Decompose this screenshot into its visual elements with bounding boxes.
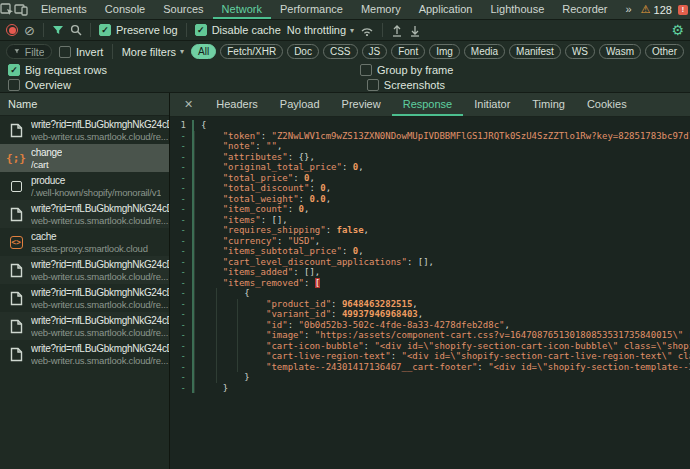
line-gutter[interactable]: - xyxy=(170,162,194,173)
request-row[interactable]: <> cache assets-proxy.smartlook.cloud xyxy=(0,228,169,256)
line-gutter[interactable]: - xyxy=(170,309,194,320)
line-gutter[interactable]: - xyxy=(170,194,194,205)
line-gutter[interactable]: - xyxy=(170,351,194,362)
chip-wasm[interactable]: Wasm xyxy=(599,44,641,59)
tab-network[interactable]: Network xyxy=(213,0,271,19)
disable-cache-checkbox[interactable]: ✓ Disable cache xyxy=(195,24,281,36)
request-list-panel: Name write?rid=nfLBuGbkmghNkG24cD... web… xyxy=(0,93,170,469)
filter-toggle-icon[interactable] xyxy=(52,25,64,36)
line-gutter[interactable]: - xyxy=(170,288,194,299)
overview-checkbox[interactable]: Overview xyxy=(8,79,71,91)
line-gutter[interactable]: - xyxy=(170,225,194,236)
detail-tab-headers[interactable]: Headers xyxy=(205,93,269,116)
screenshots-checkbox[interactable]: Screenshots xyxy=(367,79,445,91)
chip-media[interactable]: Media xyxy=(464,44,505,59)
chip-css[interactable]: CSS xyxy=(323,44,358,59)
line-gutter[interactable]: - xyxy=(170,278,194,289)
line-gutter[interactable]: - xyxy=(170,246,194,257)
chip-doc[interactable]: Doc xyxy=(287,44,319,59)
name-column-header[interactable]: Name xyxy=(0,93,169,116)
request-row[interactable]: write?rid=nfLBuGbkmghNkG24cD... web-writ… xyxy=(0,284,169,312)
tab-recorder[interactable]: Recorder xyxy=(553,0,616,19)
chip-manifest[interactable]: Manifest xyxy=(509,44,561,59)
close-detail-icon[interactable]: ✕ xyxy=(170,93,205,116)
tab-performance[interactable]: Performance xyxy=(271,0,352,19)
line-gutter[interactable]: - xyxy=(170,267,194,278)
line-gutter[interactable]: - xyxy=(170,362,194,373)
line-code: "requires_shipping": false, xyxy=(194,225,690,236)
line-gutter[interactable]: - xyxy=(170,141,194,152)
detail-tab-timing[interactable]: Timing xyxy=(521,93,576,116)
chip-other[interactable]: Other xyxy=(645,44,684,59)
tab-application[interactable]: Application xyxy=(410,0,482,19)
invert-checkbox[interactable]: Invert xyxy=(59,46,104,58)
chip-fetch-xhr[interactable]: Fetch/XHR xyxy=(220,44,283,59)
line-gutter[interactable]: - xyxy=(170,204,194,215)
filter-input[interactable] xyxy=(25,46,44,58)
tab-elements[interactable]: Elements xyxy=(32,0,96,19)
chip-ws[interactable]: WS xyxy=(565,44,595,59)
tab-lighthouse[interactable]: Lighthouse xyxy=(481,0,553,19)
line-gutter[interactable]: - xyxy=(170,383,194,394)
network-conditions-icon[interactable] xyxy=(360,25,374,36)
request-row[interactable]: write?rid=nfLBuGbkmghNkG24cD... web-writ… xyxy=(0,312,169,340)
line-gutter[interactable]: 1 xyxy=(170,120,194,131)
tab-memory[interactable]: Memory xyxy=(352,0,410,19)
more-tabs-button[interactable]: » xyxy=(617,0,641,19)
line-code: { xyxy=(194,288,690,299)
chip-img[interactable]: Img xyxy=(429,44,460,59)
more-filters-dropdown[interactable]: More filters ▾ xyxy=(122,46,184,58)
request-row[interactable]: write?rid=nfLBuGbkmghNkG24cD... web-writ… xyxy=(0,116,169,144)
detail-tabs: HeadersPayloadPreviewResponseInitiatorTi… xyxy=(205,93,637,116)
warnings-badge[interactable]: ⚠ 128 xyxy=(641,4,672,16)
detail-tab-payload[interactable]: Payload xyxy=(269,93,331,116)
document-icon xyxy=(10,347,23,362)
line-gutter[interactable]: - xyxy=(170,152,194,163)
chip-font[interactable]: Font xyxy=(391,44,425,59)
preserve-log-checkbox[interactable]: ✓ Preserve log xyxy=(99,24,178,36)
detail-tab-initiator[interactable]: Initiator xyxy=(463,93,521,116)
divider xyxy=(43,23,44,37)
request-row[interactable]: {;} change /cart xyxy=(0,144,169,172)
detail-tab-cookies[interactable]: Cookies xyxy=(576,93,638,116)
plain-request-icon xyxy=(8,181,24,192)
line-gutter[interactable]: - xyxy=(170,215,194,226)
device-toolbar-icon[interactable] xyxy=(14,0,28,19)
line-gutter[interactable]: - xyxy=(170,320,194,331)
response-body[interactable]: 1 { - "token": "Z2NwLWV1cm9wZS13ZXN0NDow… xyxy=(170,117,690,469)
big-request-rows-label: Big request rows xyxy=(25,64,107,76)
request-row[interactable]: produce /.well-known/shopify/monorail/v1 xyxy=(0,172,169,200)
request-row[interactable]: write?rid=nfLBuGbkmghNkG24cD... web-writ… xyxy=(0,340,169,368)
line-code: "note": "", xyxy=(194,141,690,152)
line-code: } xyxy=(194,383,690,394)
request-row[interactable]: write?rid=nfLBuGbkmghNkG24cD... web-writ… xyxy=(0,200,169,228)
line-gutter[interactable]: - xyxy=(170,257,194,268)
line-gutter[interactable]: - xyxy=(170,131,194,142)
group-by-frame-checkbox[interactable]: Group by frame xyxy=(360,64,453,76)
response-line: - "token": "Z2NwLWV1cm9wZS13ZXN0NDowMUpI… xyxy=(170,131,690,142)
chip-all[interactable]: All xyxy=(191,44,216,59)
record-network-log-button[interactable] xyxy=(6,24,18,36)
inspect-element-icon[interactable] xyxy=(0,0,14,19)
line-gutter[interactable]: - xyxy=(170,341,194,352)
import-har-icon[interactable] xyxy=(391,24,403,37)
detail-tab-response[interactable]: Response xyxy=(392,93,464,116)
chip-js[interactable]: JS xyxy=(362,44,388,59)
big-request-rows-checkbox[interactable]: ✓ Big request rows xyxy=(8,64,107,76)
line-gutter[interactable]: - xyxy=(170,330,194,341)
tab-console[interactable]: Console xyxy=(96,0,154,19)
line-gutter[interactable]: - xyxy=(170,173,194,184)
search-icon[interactable] xyxy=(70,24,82,36)
issues-badge[interactable]: ! 1 xyxy=(678,4,690,16)
request-row[interactable]: write?rid=nfLBuGbkmghNkG24cD... web-writ… xyxy=(0,256,169,284)
clear-network-log-icon[interactable]: ⊘ xyxy=(24,24,35,37)
throttling-dropdown[interactable]: No throttling ▾ xyxy=(287,24,354,36)
line-gutter[interactable]: - xyxy=(170,299,194,310)
detail-tab-preview[interactable]: Preview xyxy=(331,93,392,116)
network-settings-gear-icon[interactable]: ⚙ xyxy=(671,22,684,38)
line-gutter[interactable]: - xyxy=(170,372,194,383)
line-gutter[interactable]: - xyxy=(170,183,194,194)
export-har-icon[interactable] xyxy=(409,24,421,37)
tab-sources[interactable]: Sources xyxy=(154,0,212,19)
line-gutter[interactable]: - xyxy=(170,236,194,247)
